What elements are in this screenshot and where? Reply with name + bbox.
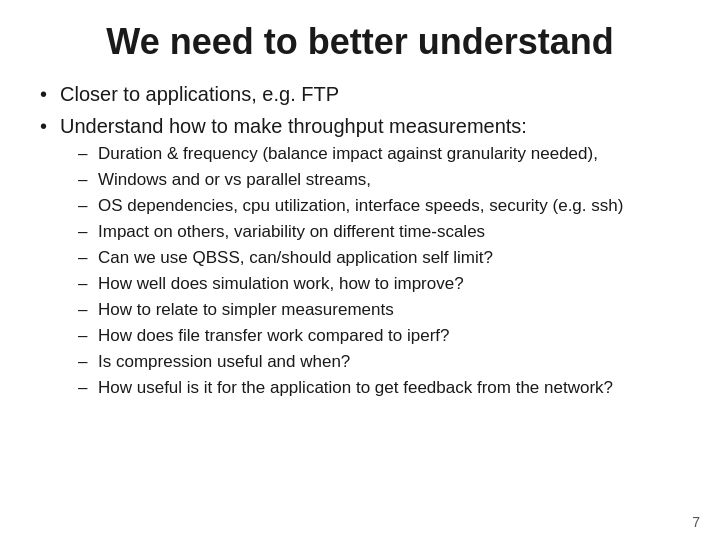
slide-title: We need to better understand bbox=[40, 20, 680, 63]
sub-bullet-2: Windows and or vs parallel streams, bbox=[70, 169, 680, 192]
sub-bullet-10: How useful is it for the application to … bbox=[70, 377, 680, 400]
sub-bullet-6: How well does simulation work, how to im… bbox=[70, 273, 680, 296]
sub-bullet-5: Can we use QBSS, can/should application … bbox=[70, 247, 680, 270]
sub-bullet-4: Impact on others, variability on differe… bbox=[70, 221, 680, 244]
sub-bullet-7: How to relate to simpler measurements bbox=[70, 299, 680, 322]
sub-bullet-8: How does file transfer work compared to … bbox=[70, 325, 680, 348]
sub-bullet-3: OS dependencies, cpu utilization, interf… bbox=[70, 195, 680, 218]
sub-bullets-list: Duration & frequency (balance impact aga… bbox=[70, 143, 680, 399]
slide: We need to better understand Closer to a… bbox=[0, 0, 720, 540]
main-bullet-2: Understand how to make throughput measur… bbox=[40, 113, 680, 399]
sub-bullet-1: Duration & frequency (balance impact aga… bbox=[70, 143, 680, 166]
page-number: 7 bbox=[692, 514, 700, 530]
sub-bullet-9: Is compression useful and when? bbox=[70, 351, 680, 374]
main-bullets-list: Closer to applications, e.g. FTP Underst… bbox=[40, 81, 680, 405]
main-bullet-1: Closer to applications, e.g. FTP bbox=[40, 81, 680, 107]
